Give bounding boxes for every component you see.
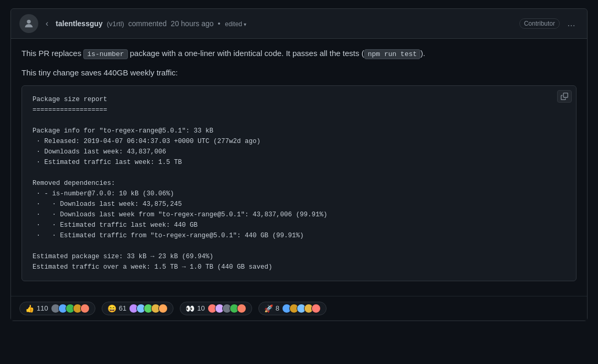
rocket-avatars xyxy=(282,304,321,313)
thumbs-up-count: 110 xyxy=(37,304,48,312)
inline-code-npm: npm run test xyxy=(364,49,421,59)
eyes-emoji: 👀 xyxy=(186,304,194,313)
reaction-laugh[interactable]: 😄 61 xyxy=(102,302,173,315)
avatar-mini xyxy=(80,304,90,313)
text-post-code1: package with a one-liner with identical … xyxy=(128,49,364,58)
avatar xyxy=(19,14,38,33)
contributor-badge[interactable]: Contributor xyxy=(519,18,560,29)
text-end-line1: ). xyxy=(420,49,425,58)
comment-header: ‹ talentlessguy (v1rtl) commented 20 hou… xyxy=(11,9,587,39)
copy-button[interactable] xyxy=(557,90,572,103)
comment-action: commented xyxy=(128,19,167,28)
laugh-emoji: 😄 xyxy=(107,304,116,313)
more-options-button[interactable]: … xyxy=(564,18,579,29)
eyes-avatars xyxy=(208,304,246,313)
comment-text-line2: This tiny change saves 440GB weekly traf… xyxy=(21,67,577,79)
thumbs-up-emoji: 👍 xyxy=(25,304,34,313)
laugh-count: 61 xyxy=(119,304,126,312)
avatar-mini xyxy=(237,304,246,313)
avatar-mini xyxy=(158,304,168,313)
header-right: Contributor … xyxy=(519,18,579,29)
svg-point-0 xyxy=(27,20,30,24)
code-content: Package size report =================== … xyxy=(22,86,576,281)
laugh-avatars xyxy=(129,304,168,313)
comment-meta: talentlessguy (v1rtl) commented 20 hours… xyxy=(56,19,246,28)
text-pre-code1: This PR replaces xyxy=(21,49,83,58)
username[interactable]: talentlessguy xyxy=(56,19,102,28)
edited-label: edited xyxy=(225,20,242,28)
rocket-count: 8 xyxy=(276,304,279,312)
reaction-thumbs-up[interactable]: 👍 110 xyxy=(19,302,95,315)
header-left: ‹ talentlessguy (v1rtl) commented 20 hou… xyxy=(19,14,246,33)
inline-code-is-number: is-number xyxy=(83,49,127,59)
thumbs-up-avatars xyxy=(51,304,90,313)
reaction-eyes[interactable]: 👀 10 xyxy=(180,302,252,315)
comment-footer: 👍 110 😄 61 👀 10 xyxy=(11,296,587,321)
chevron-down-icon: ▾ xyxy=(244,21,246,27)
comment-dot: • xyxy=(218,19,220,28)
edited-badge[interactable]: edited ▾ xyxy=(225,20,246,28)
code-block: Package size report =================== … xyxy=(21,85,577,281)
back-arrow[interactable]: ‹ xyxy=(44,18,50,29)
avatar-mini xyxy=(311,304,321,313)
version-tag: (v1rtl) xyxy=(107,20,124,28)
comment-time: 20 hours ago xyxy=(171,19,214,28)
comment-text-line1: This PR replaces is-number package with … xyxy=(21,47,577,60)
eyes-count: 10 xyxy=(197,304,204,312)
rocket-emoji: 🚀 xyxy=(264,304,273,313)
reaction-rocket[interactable]: 🚀 8 xyxy=(258,302,327,315)
comment-body: This PR replaces is-number package with … xyxy=(11,39,587,296)
copy-icon xyxy=(561,93,568,100)
comment-card: ‹ talentlessguy (v1rtl) commented 20 hou… xyxy=(10,8,588,321)
